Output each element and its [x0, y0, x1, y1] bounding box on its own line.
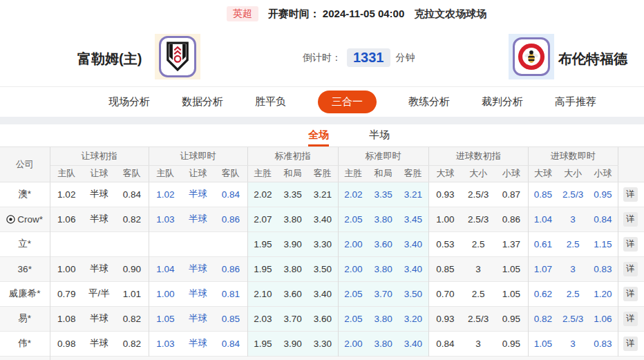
odds-cell: 1.05 [528, 331, 558, 356]
odds-cell: 3.40 [307, 207, 338, 231]
nav-tab-0[interactable]: 现场分析 [108, 95, 150, 108]
detail-button[interactable]: 详 [623, 337, 638, 351]
odds-cell: 1.00 [50, 256, 83, 281]
sub-column-header: 小球 [588, 165, 618, 182]
detail-button[interactable]: 详 [623, 187, 638, 202]
odds-cell: 2.5/3 [462, 207, 495, 231]
odds-cell: 0.95 [495, 306, 528, 331]
odds-cell: 半球 [83, 182, 115, 207]
odds-cell: 3 [558, 207, 588, 231]
odds-cell: 1.06 [588, 306, 618, 331]
odds-cell: 3.80 [368, 331, 398, 356]
odds-cell: 3.40 [398, 331, 428, 356]
odds-cell [83, 231, 115, 256]
odds-cell: 3.70 [368, 281, 398, 306]
odds-cell: 3.30 [307, 231, 338, 256]
odds-cell: 2.5 [558, 281, 588, 306]
odds-cell: 0.82 [528, 306, 558, 331]
countdown-label: 倒计时： [303, 52, 341, 64]
odds-cell: 1.95 [247, 331, 278, 356]
home-team-logo[interactable] [155, 34, 200, 79]
odds-cell: 0.84 [428, 331, 462, 356]
sub-column-header: 客队 [214, 165, 247, 182]
odds-cell: 3 [558, 331, 588, 356]
company-cell: 威廉希* [0, 281, 50, 306]
odds-cell: 2.5 [462, 231, 495, 256]
odds-cell: 1.02 [149, 182, 182, 207]
odds-cell: 2.07 [247, 207, 278, 231]
odds-cell: 半球 [83, 306, 115, 331]
odds-cell: 半球 [182, 207, 214, 231]
odds-cell [115, 231, 149, 256]
sub-column-header: 和局 [278, 165, 307, 182]
odds-cell: 3.20 [398, 306, 428, 331]
detail-button[interactable]: 详 [623, 262, 638, 276]
away-crest-box [513, 37, 550, 76]
odds-cell: 1.06 [50, 207, 83, 231]
sub-column-header: 客胜 [398, 165, 428, 182]
odds-cell: 2.03 [247, 306, 278, 331]
odds-cell: 0.81 [214, 281, 247, 306]
odds-cell: 3.90 [278, 331, 307, 356]
odds-cell: 1.04 [149, 256, 182, 281]
odds-cell: 半球 [182, 256, 214, 281]
odds-cell: 3.45 [398, 207, 428, 231]
countdown-value: 1331 [347, 48, 390, 67]
odds-cell: 半球 [182, 306, 214, 331]
odds-cell: 0.84 [214, 331, 247, 356]
nav-tab-6[interactable]: 高手推荐 [555, 95, 596, 108]
countdown-unit: 分钟 [396, 52, 415, 64]
odds-cell: 0.95 [495, 331, 528, 356]
kickoff-time: 开赛时间： 2024-11-05 04:00 [268, 8, 405, 21]
detail-cell: 详析 [618, 182, 644, 207]
odds-cell: 2.05 [338, 306, 368, 331]
odds-cell: 3.40 [398, 231, 428, 256]
detail-button[interactable]: 详 [623, 312, 638, 326]
odds-cell: 0.98 [50, 331, 83, 356]
subtab-0[interactable]: 全场 [308, 129, 329, 146]
countdown: 倒计时： 1331 分钟 [303, 48, 415, 67]
company-cell: Crow* [0, 207, 50, 231]
odds-cell: 3.60 [307, 306, 338, 331]
away-team-logo[interactable] [509, 34, 554, 79]
odds-cell: 半球 [182, 281, 214, 306]
nav-tab-2[interactable]: 胜平负 [255, 95, 286, 108]
sub-column-header: 大球 [428, 165, 462, 182]
odds-cell [149, 231, 182, 256]
subtab-1[interactable]: 半场 [369, 129, 390, 146]
odds-cell: 1.05 [495, 281, 528, 306]
soccer-ball-icon [6, 215, 15, 224]
company-name: 澳* [18, 189, 31, 199]
odds-cell: 0.86 [214, 256, 247, 281]
detail-button[interactable]: 详 [623, 287, 638, 301]
detail-button[interactable]: 详 [623, 237, 638, 252]
company-column-header: 公司 [0, 147, 50, 182]
odds-cell: 0.82 [115, 207, 149, 231]
odds-cell: 2.5/3 [558, 306, 588, 331]
teams-header: 富勒姆(主) 倒计时： 1331 分钟 [0, 28, 644, 86]
odds-cell: 0.61 [528, 231, 558, 256]
odds-cell: 2.02 [338, 182, 368, 207]
odds-cell: 1.05 [149, 306, 182, 331]
odds-cell: 1.03 [149, 331, 182, 356]
odds-cell: 0.85 [428, 256, 462, 281]
nav-tab-1[interactable]: 数据分析 [182, 95, 223, 108]
odds-cell: 0.84 [214, 182, 247, 207]
odds-cell: 1.00 [428, 207, 462, 231]
detail-button[interactable]: 详 [623, 212, 638, 227]
nav-tab-3[interactable]: 三合一 [318, 91, 377, 113]
odds-cell: 1.20 [588, 281, 618, 306]
nav-tab-4[interactable]: 教练分析 [408, 95, 450, 108]
odds-row: 立*1.953.903.302.003.603.400.532.51.370.6… [0, 231, 644, 256]
odds-cell: 3.50 [307, 256, 338, 281]
home-team-name: 富勒姆(主) [77, 50, 142, 68]
odds-cell: 1.03 [149, 207, 182, 231]
sub-column-header: 主队 [149, 165, 182, 182]
company-cell: 36* [0, 256, 50, 281]
odds-cell: 3.40 [307, 281, 338, 306]
league-badge[interactable]: 英超 [227, 6, 258, 21]
odds-cell: 3 [462, 331, 495, 356]
odds-cell: 0.87 [495, 182, 528, 207]
nav-tab-5[interactable]: 裁判分析 [482, 95, 523, 108]
sub-column-header: 小球 [495, 165, 528, 182]
